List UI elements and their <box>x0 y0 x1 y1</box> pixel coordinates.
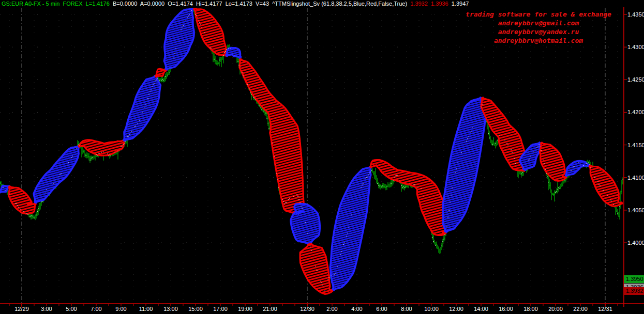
price-marker-red: 1.3932 <box>624 287 644 295</box>
time-label: 20:00 <box>548 306 563 312</box>
band-red <box>540 143 567 181</box>
time-label: 17:00 <box>213 306 228 312</box>
price-chart[interactable] <box>0 0 644 314</box>
price-label: 1.4300 <box>627 44 644 50</box>
time-label: 10:00 <box>424 306 439 312</box>
time-label: 12:00 <box>449 306 463 312</box>
time-label: 3:00 <box>41 306 52 312</box>
ad-line: andreybbrv@yandex.ru <box>460 27 617 36</box>
quote-header-part: GS:EUR A0-FX - 5 min FOREX L=1.4176 <box>2 1 110 7</box>
time-label: 21:00 <box>263 306 277 312</box>
band-blue <box>164 8 194 70</box>
band-blue <box>226 48 241 58</box>
time-label: 22:00 <box>573 306 588 312</box>
time-label: 6:00 <box>376 306 387 312</box>
price-label: 1.4050 <box>627 207 644 213</box>
band-blue <box>443 98 486 232</box>
ad-line: andreybbrv@hotmail.com <box>460 36 617 45</box>
time-label: 11:00 <box>139 306 153 312</box>
quote-header: GS:EUR A0-FX - 5 min FOREX L=1.4176 B=0.… <box>2 1 469 7</box>
price-label: 1.4100 <box>627 175 644 181</box>
time-label: 15:00 <box>188 306 203 312</box>
ad-line: andreybbrv@gmail.com <box>460 19 617 27</box>
band-red <box>194 8 227 56</box>
time-label: 14:00 <box>474 306 488 312</box>
price-label: 1.4350 <box>627 11 644 18</box>
quote-header-part: 1.3932 1.3936 <box>410 1 448 7</box>
slingshot-band <box>0 8 622 294</box>
time-label: 19:00 <box>238 306 252 312</box>
time-label: 4:00 <box>351 306 362 312</box>
ad-watermark: trading software for sale & exchange and… <box>460 10 617 45</box>
quote-header-part: 1.3947 <box>448 1 469 7</box>
time-label: 2:00 <box>326 306 337 312</box>
band-red <box>370 160 447 236</box>
price-label: 1.4250 <box>627 76 644 83</box>
price-marker-green: 1.3950 <box>624 275 644 283</box>
band-blue <box>565 161 589 176</box>
band-red <box>155 69 167 77</box>
band-red <box>239 59 304 214</box>
time-label: 9:00 <box>115 306 126 312</box>
band-blue <box>330 167 371 290</box>
price-label: 1.4000 <box>627 240 644 246</box>
band-red <box>9 186 36 214</box>
price-label: 1.4150 <box>627 142 644 148</box>
trading-chart-window: GS:EUR A0-FX - 5 min FOREX L=1.4176 B=0.… <box>0 0 644 314</box>
band-blue <box>34 146 79 202</box>
time-label-date: 12/30 <box>300 306 314 312</box>
ad-line: trading software for sale & exchange <box>460 10 617 19</box>
price-label: 1.4200 <box>627 109 644 115</box>
band-red <box>300 244 334 294</box>
plot-area <box>0 7 624 304</box>
quote-header-part: B=0.0000 A=0.0000 O=1.4174 Hi=1.4177 Lo=… <box>110 1 410 7</box>
time-label-date: 12/29 <box>14 306 29 312</box>
band-red <box>589 165 622 206</box>
time-label: 7:00 <box>91 306 101 312</box>
band-blue <box>124 76 161 141</box>
time-label: 13:00 <box>163 306 178 312</box>
band-blue <box>291 204 320 245</box>
time-label-date: 12/31 <box>598 306 612 312</box>
time-label: 5:00 <box>66 306 77 312</box>
time-label: 16:00 <box>499 306 513 312</box>
time-label: 8:00 <box>401 306 412 312</box>
time-label: 18:00 <box>523 306 538 312</box>
